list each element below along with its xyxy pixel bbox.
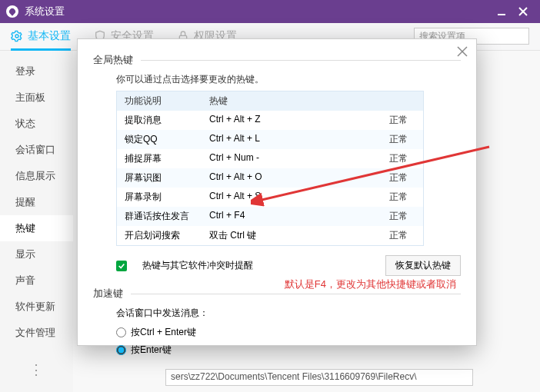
hotkey-status: 正常 — [340, 130, 423, 149]
sidebar-item-8[interactable]: 声音 — [0, 267, 73, 294]
restore-default-button[interactable]: 恢复默认热键 — [385, 255, 461, 276]
hotkey-row[interactable]: 锁定QQCtrl + Alt + L正常 — [117, 130, 423, 149]
window-title: 系统设置 — [25, 5, 65, 18]
radio-enter[interactable]: 按Enter键 — [116, 344, 461, 357]
hotkey-fn: 屏幕录制 — [117, 188, 202, 207]
hotkey-row[interactable]: 群通话按住发言Ctrl + F4正常 — [117, 207, 423, 226]
hotkey-key: 双击 Ctrl 键 — [202, 226, 340, 245]
send-msg-label: 会话窗口中发送消息： — [116, 307, 461, 320]
hotkey-fn: 屏幕识图 — [117, 168, 202, 188]
col-fn: 功能说明 — [117, 91, 202, 111]
hotkey-status: 正常 — [340, 188, 423, 207]
sidebar-item-10[interactable]: 文件管理 — [0, 320, 73, 346]
sidebar-item-1[interactable]: 主面板 — [0, 85, 73, 111]
sidebar-item-6[interactable]: 热键 — [0, 215, 73, 241]
col-key: 热键 — [202, 91, 340, 111]
minimize-button[interactable] — [491, 0, 512, 23]
qq-icon — [6, 5, 18, 18]
sidebar-item-2[interactable]: 状态 — [0, 111, 73, 137]
radio-ctrl-enter[interactable]: 按Ctrl + Enter键 — [116, 326, 461, 339]
hotkey-row[interactable]: 屏幕识图Ctrl + Alt + O正常 — [117, 168, 423, 188]
hotkey-key: Ctrl + Alt + Z — [202, 111, 340, 130]
sidebar-item-7[interactable]: 显示 — [0, 241, 73, 267]
sidebar-item-0[interactable]: 登录 — [0, 58, 73, 85]
sidebar-item-3[interactable]: 会话窗口 — [0, 137, 73, 163]
hotkey-key: Ctrl + Num - — [202, 149, 340, 168]
hotkey-row[interactable]: 捕捉屏幕Ctrl + Num -正常 — [117, 149, 423, 168]
hotkey-status: 正常 — [340, 207, 423, 226]
hotkey-fn: 开启划词搜索 — [117, 226, 202, 245]
hotkey-key: Ctrl + Alt + O — [202, 168, 340, 188]
modal-close-button[interactable] — [456, 45, 468, 58]
hotkey-status: 正常 — [340, 168, 423, 188]
conflict-checkbox[interactable] — [116, 261, 127, 271]
hotkey-fn: 群通话按住发言 — [117, 207, 202, 226]
hotkey-key: Ctrl + Alt + S — [202, 188, 340, 207]
annotation-note: 默认是F4，更改为其他快捷键或者取消 — [285, 277, 456, 291]
path-input[interactable]: sers\zz722\Documents\Tencent Files\31166… — [165, 369, 473, 386]
close-button[interactable] — [512, 0, 534, 23]
hotkey-key: Ctrl + Alt + L — [202, 130, 340, 149]
hotkey-status: 正常 — [340, 111, 423, 130]
sidebar-more[interactable]: ⋮ — [0, 361, 73, 378]
hotkey-table: 功能说明 热键 提取消息Ctrl + Alt + Z正常锁定QQCtrl + A… — [116, 91, 424, 246]
hotkey-status: 正常 — [340, 149, 423, 168]
hotkey-fn: 锁定QQ — [117, 130, 202, 149]
svg-point-3 — [15, 35, 18, 38]
gear-icon — [11, 30, 23, 42]
tab-basic[interactable]: 基本设置 — [11, 23, 71, 51]
sidebar: 登录主面板状态会话窗口信息展示提醒热键显示声音软件更新文件管理⋮ — [0, 51, 73, 392]
sidebar-item-5[interactable]: 提醒 — [0, 189, 73, 215]
section-accelerator: 加速键 — [93, 287, 123, 301]
hotkey-row[interactable]: 开启划词搜索双击 Ctrl 键正常 — [117, 226, 423, 245]
hotkey-row[interactable]: 屏幕录制Ctrl + Alt + S正常 — [117, 188, 423, 207]
hotkey-fn: 捕捉屏幕 — [117, 149, 202, 168]
hotkey-settings-modal: 全局热键 你可以通过点击选择要更改的热键。 功能说明 热键 提取消息Ctrl +… — [77, 38, 477, 346]
hotkey-key: Ctrl + F4 — [202, 207, 340, 226]
section-global-hotkeys: 全局热键 — [93, 53, 133, 67]
conflict-label: 热键与其它软件冲突时提醒 — [142, 259, 253, 272]
sidebar-item-9[interactable]: 软件更新 — [0, 294, 73, 320]
global-hotkeys-desc: 你可以通过点击选择要更改的热键。 — [116, 73, 461, 86]
hotkey-fn: 提取消息 — [117, 111, 202, 130]
sidebar-item-4[interactable]: 信息展示 — [0, 163, 73, 189]
hotkey-status: 正常 — [340, 226, 423, 245]
hotkey-row[interactable]: 提取消息Ctrl + Alt + Z正常 — [117, 111, 423, 130]
